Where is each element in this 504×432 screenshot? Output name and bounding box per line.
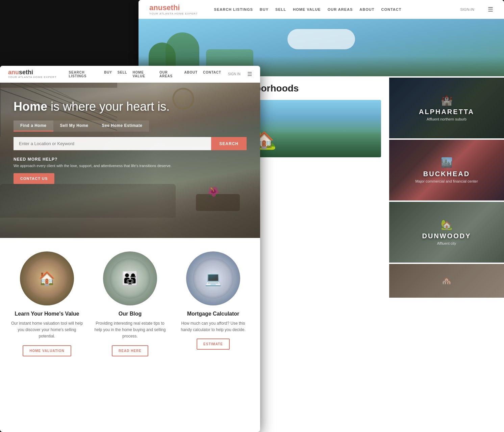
feature-card-home-value: 🏠 Learn Your Home's Value Our instant ho… <box>11 251 83 356</box>
back-right-col: 🏰 ALPHARETTA Affluent northern suburb 🏙️… <box>389 76 504 299</box>
tab-home-estimate[interactable]: See Home Estimate <box>95 120 149 132</box>
hero-section: 🌺 Home is where your heart is. Find a Ho… <box>0 83 260 238</box>
feature-desc-3: How much can you afford? Use this handy … <box>177 320 249 333</box>
feature-img-mortgage: 💻 <box>186 251 240 305</box>
back-nav-header: anusethi YOUR ATLANTA HOME EXPERT SEARCH… <box>138 0 504 19</box>
need-help-section: NEED MORE HELP? We approach every client… <box>14 157 247 184</box>
feature-card-blog: 👨‍👩‍👧 Our Blog Providing interesting rea… <box>94 251 166 356</box>
neighborhood-card-buckhead[interactable]: 🏙️ BUCKHEAD Major commercial and financi… <box>389 140 504 200</box>
front-nav-buy[interactable]: BUY <box>104 71 112 78</box>
front-nav-search[interactable]: SEARCH LISTINGS <box>69 71 99 78</box>
front-nav-header: anusethi YOUR ATLANTA HOME EXPERT SEARCH… <box>0 66 260 83</box>
front-sign-in[interactable]: SIGN IN <box>228 72 241 76</box>
feature-card-mortgage: 💻 Mortgage Calculator How much can you a… <box>177 251 249 356</box>
feature-cards-section: 🏠 Learn Your Home's Value Our instant ho… <box>0 238 260 370</box>
feature-desc-2: Providing interesting real estate tips t… <box>94 320 166 340</box>
sky-cloud-decor <box>287 29 355 49</box>
back-nav-buy[interactable]: BUY <box>260 7 269 11</box>
back-logo: anusethi YOUR ATLANTA HOME EXPERT <box>149 3 198 15</box>
alpharetta-label: ALPHARETTA <box>419 108 474 116</box>
back-nav-home-value[interactable]: HOME VALUE <box>293 7 321 11</box>
dunwoody-label: DUNWOODY <box>422 232 471 240</box>
front-nav-our-areas[interactable]: OUR AREAS <box>159 71 179 78</box>
home-valuation-button[interactable]: HOME VALUATION <box>23 345 71 356</box>
front-browser-window: anusethi YOUR ATLANTA HOME EXPERT SEARCH… <box>0 66 260 432</box>
neighborhood-card-dunwoody[interactable]: 🏡 DUNWOODY Affluent city <box>389 202 504 263</box>
mortgage-circle: 💻 <box>193 258 233 299</box>
front-nav-sell[interactable]: SELL <box>118 71 127 78</box>
hero-tabs: Find a Home Sell My Home See Home Estima… <box>14 120 247 132</box>
buckhead-label: BUCKHEAD <box>423 170 470 178</box>
hero-content: Home is where your heart is. Find a Home… <box>14 100 247 184</box>
back-nav-about[interactable]: ABOUT <box>359 7 374 11</box>
feature-title-2: Our Blog <box>94 311 166 317</box>
alpharetta-subtitle: Affluent northern suburb <box>427 117 467 121</box>
back-nav-our-areas[interactable]: OUR AREAS <box>328 7 353 11</box>
back-nav-contact[interactable]: CONTACT <box>381 7 401 11</box>
contact-us-button[interactable]: CONTACT US <box>14 173 54 184</box>
front-nav-about[interactable]: ABOUT <box>184 71 198 78</box>
feature-title-1: Learn Your Home's Value <box>11 311 83 317</box>
hero-heading: Home is where your heart is. <box>14 100 247 114</box>
dunwoody-subtitle: Affluent city <box>437 241 456 245</box>
back-sign-in[interactable]: SIGN-IN <box>460 7 474 11</box>
property-value-img: 🏠 <box>20 251 74 305</box>
neighborhood-card-bottom[interactable]: 🏘️ <box>389 264 504 298</box>
feature-title-3: Mortgage Calculator <box>177 311 249 317</box>
front-hamburger[interactable]: ☰ <box>247 71 252 77</box>
feature-img-blog: 👨‍👩‍👧 <box>103 251 157 305</box>
neighborhood-card-alpharetta[interactable]: 🏰 ALPHARETTA Affluent northern suburb <box>389 78 504 138</box>
tab-find-home[interactable]: Find a Home <box>14 120 53 132</box>
back-hamburger[interactable]: ☰ <box>488 6 493 13</box>
estimate-button[interactable]: ESTIMATE <box>197 339 230 350</box>
front-logo: anusethi YOUR ATLANTA HOME EXPERT <box>8 69 57 79</box>
feature-desc-1: Our instant home valuation tool will hel… <box>11 320 83 340</box>
property-circle: 🏠 <box>27 258 67 299</box>
need-help-text: We approach every client with the love, … <box>14 164 247 168</box>
front-nav-home-value[interactable]: HOME VALUE <box>132 71 154 78</box>
back-nav-links: SEARCH LISTINGS BUY SELL HOME VALUE OUR … <box>214 7 451 11</box>
read-here-button[interactable]: READ HERE <box>112 345 148 356</box>
back-nav-search[interactable]: SEARCH LISTINGS <box>214 7 253 11</box>
blog-circle: 👨‍👩‍👧 <box>110 258 150 299</box>
front-nav-contact[interactable]: CONTACT <box>203 71 221 78</box>
need-help-title: NEED MORE HELP? <box>14 157 247 162</box>
search-button[interactable]: SEARCH <box>211 137 247 150</box>
back-nav-sell[interactable]: SELL <box>275 7 286 11</box>
mortgage-img: 💻 <box>186 251 240 305</box>
blog-img: 👨‍👩‍👧 <box>103 251 157 305</box>
buckhead-subtitle: Major commercial and financial center <box>415 179 478 183</box>
front-nav-links: SEARCH LISTINGS BUY SELL HOME VALUE OUR … <box>69 71 221 78</box>
tab-sell-home[interactable]: Sell My Home <box>53 120 95 132</box>
search-bar: SEARCH <box>14 137 247 150</box>
search-input[interactable] <box>14 137 211 150</box>
feature-img-home-value: 🏠 <box>20 251 74 305</box>
